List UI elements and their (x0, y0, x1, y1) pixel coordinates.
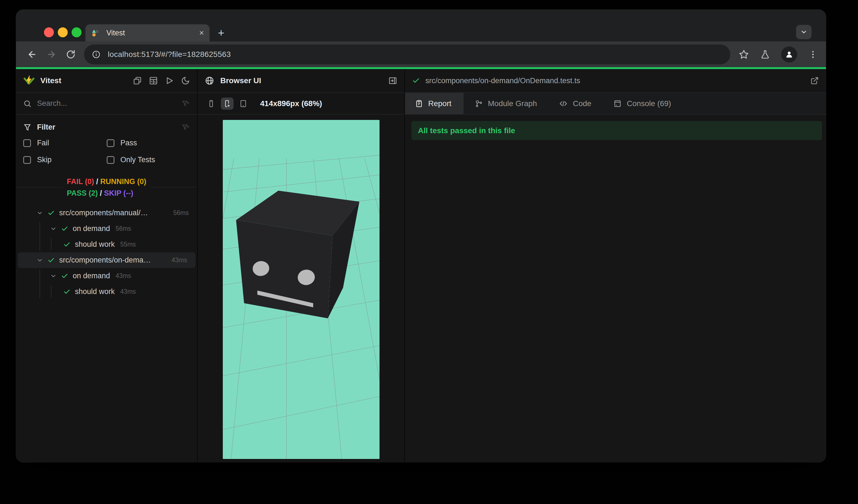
chevron-down-icon[interactable] (50, 226, 57, 232)
test-explorer-sidebar: Vitest Filter (16, 69, 197, 462)
address-bar[interactable]: localhost:5173/#/?file=1828625563 (84, 45, 730, 64)
filter-checkbox-only-tests[interactable]: Only Tests (107, 156, 190, 164)
browser-ui-panel: Browser UI 414x896px (68%) (197, 69, 404, 462)
test-case-row[interactable]: should work 43ms (16, 284, 197, 299)
panel-open-icon[interactable] (388, 76, 397, 85)
report-panel: src/components/on-demand/OnDemand.test.t… (405, 69, 826, 462)
sidebar-title: Vitest (41, 76, 133, 85)
check-icon (63, 241, 70, 248)
tab-report[interactable]: Report (405, 93, 463, 114)
report-file-header: src/components/on-demand/OnDemand.test.t… (405, 69, 826, 93)
reload-button[interactable] (63, 47, 79, 62)
check-icon (61, 273, 68, 280)
profile-avatar[interactable] (781, 46, 797, 63)
tab-title: Vitest (107, 29, 199, 37)
run-all-icon[interactable] (165, 76, 174, 85)
chevron-down-icon[interactable] (50, 273, 57, 279)
vitest-logo-icon (23, 75, 35, 86)
test-duration: 43ms (115, 272, 131, 280)
phone-small-icon (207, 99, 215, 108)
clipboard-icon (415, 99, 423, 108)
experiments-flask-icon[interactable] (760, 49, 770, 60)
check-icon (48, 209, 55, 217)
test-suite-row[interactable]: on demand 43ms (16, 268, 197, 284)
search-row (16, 93, 197, 115)
code-icon (559, 99, 568, 108)
globe-icon (205, 76, 214, 85)
browser-ui-title: Browser UI (220, 76, 388, 85)
browser-toolbar: localhost:5173/#/?file=1828625563 (16, 42, 826, 67)
check-icon (61, 225, 68, 232)
open-external-icon[interactable] (810, 77, 819, 85)
console-icon (614, 99, 622, 108)
vitest-favicon-icon (91, 28, 100, 37)
search-input[interactable] (37, 99, 181, 108)
report-tabs: Report Module Graph Code Console (69) (405, 93, 826, 115)
checkbox-pass[interactable] (107, 139, 114, 147)
zoom-window-button[interactable] (72, 27, 81, 37)
browser-window: Vitest × + localhost:5173/#/?file=182862… (16, 10, 826, 462)
report-layout-icon[interactable] (149, 76, 158, 85)
tab-module-graph[interactable]: Module Graph (463, 93, 548, 114)
test-duration: 56ms (115, 225, 131, 232)
tab-close-icon[interactable]: × (199, 29, 204, 37)
minimize-window-button[interactable] (58, 27, 68, 37)
browser-titlebar: Vitest × + (16, 10, 826, 42)
device-phone-small-button[interactable] (205, 98, 218, 110)
test-case-row[interactable]: should work 55ms (16, 237, 197, 252)
chevron-down-icon[interactable] (36, 257, 43, 264)
check-icon (63, 288, 70, 295)
person-icon (784, 50, 794, 59)
module-graph-icon (475, 99, 483, 108)
test-duration: 43ms (120, 288, 136, 295)
test-suite-row[interactable]: on demand 56ms (16, 221, 197, 237)
test-duration: 43ms (172, 256, 187, 264)
tab-console[interactable]: Console (69) (602, 93, 682, 114)
vitest-accent-line (16, 67, 826, 69)
check-icon (48, 257, 55, 264)
chevron-down-icon[interactable] (36, 210, 43, 216)
back-button[interactable] (24, 47, 40, 62)
filter-checkbox-skip[interactable]: Skip (23, 156, 107, 164)
test-browser-viewport[interactable] (223, 120, 380, 459)
test-duration: 55ms (120, 241, 136, 248)
browser-menu-icon[interactable] (808, 50, 817, 59)
tab-search-button[interactable] (796, 25, 812, 39)
new-tab-button[interactable]: + (214, 26, 228, 40)
clear-filter-icon[interactable] (181, 123, 190, 131)
bookmark-star-icon[interactable] (738, 49, 749, 60)
clear-filter-icon[interactable] (181, 99, 190, 108)
checkbox-only-tests[interactable] (107, 156, 114, 164)
url-text[interactable]: localhost:5173/#/?file=1828625563 (108, 50, 231, 59)
filter-title: Filter (37, 123, 181, 131)
tablet-icon (239, 99, 248, 108)
dashboard-windows-icon[interactable] (133, 76, 142, 85)
checkbox-skip[interactable] (23, 156, 31, 164)
test-case-label: should work (75, 287, 115, 296)
test-file-row-selected[interactable]: src/components/on-dema… 43ms (18, 252, 195, 268)
test-tree: src/components/manual/… 56ms on demand 5… (16, 203, 197, 299)
checkbox-fail[interactable] (23, 139, 31, 147)
browser-ui-header: Browser UI (197, 69, 404, 93)
site-info-icon[interactable] (92, 50, 101, 59)
test-case-label: should work (75, 240, 115, 249)
test-suite-label: on demand (73, 224, 110, 233)
test-summary: FAIL (0) / RUNNING (0) PASS (2) / SKIP (… (16, 171, 197, 203)
tab-code[interactable]: Code (548, 93, 602, 114)
report-body: All tests passed in this file (405, 115, 826, 462)
traffic-lights (44, 27, 81, 37)
browser-tab[interactable]: Vitest × (85, 24, 209, 42)
device-toolbar: 414x896px (68%) (197, 93, 404, 115)
viewport-dimensions: 414x896px (68%) (260, 99, 322, 108)
dark-mode-moon-icon[interactable] (181, 76, 190, 85)
device-phone-plus-button[interactable] (221, 98, 234, 110)
filter-checkbox-fail[interactable]: Fail (23, 139, 107, 147)
filter-checkbox-pass[interactable]: Pass (107, 139, 190, 147)
device-tablet-button[interactable] (237, 98, 250, 110)
forward-button[interactable] (44, 47, 59, 62)
test-file-row[interactable]: src/components/manual/… 56ms (16, 205, 197, 221)
reload-icon (66, 50, 76, 59)
close-window-button[interactable] (44, 27, 54, 37)
funnel-icon (23, 123, 32, 131)
3d-scene (223, 120, 380, 459)
